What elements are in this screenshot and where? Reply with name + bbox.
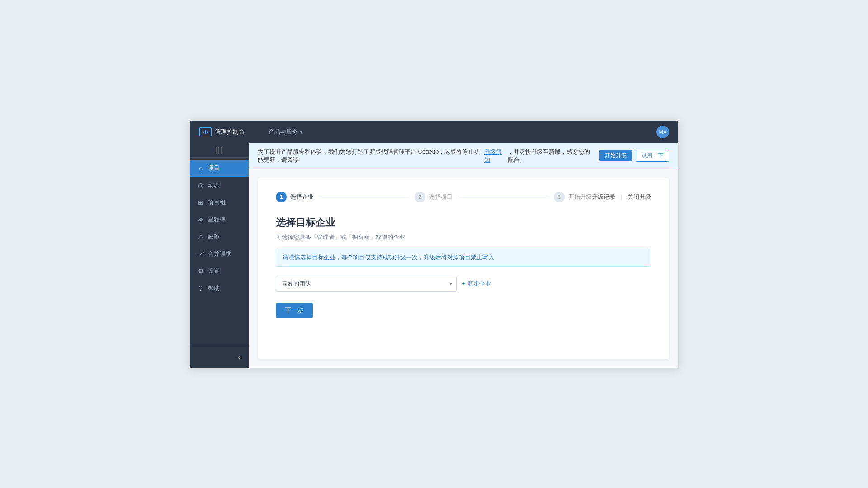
top-nav-right: MA — [656, 126, 669, 138]
sidebar-item-label: 项目组 — [208, 198, 226, 206]
new-enterprise-label: 新建企业 — [467, 280, 491, 288]
sidebar-item-defect[interactable]: ⚠ 缺陷 — [190, 228, 249, 245]
step-2-label: 选择项目 — [429, 193, 453, 201]
plus-icon: + — [462, 280, 466, 287]
sidebar-collapse-arrow[interactable]: « — [190, 350, 249, 364]
sidebar-item-label: 动态 — [208, 181, 220, 189]
trial-button[interactable]: 试用一下 — [636, 150, 669, 162]
sidebar-item-label: 项目 — [208, 164, 220, 172]
sidebar-item-project[interactable]: ⌂ 项目 — [190, 160, 249, 177]
sidebar-item-help[interactable]: ? 帮助 — [190, 280, 249, 297]
upgrade-card: 1 选择企业 2 选择项目 — [258, 178, 669, 359]
next-button[interactable]: 下一步 — [276, 303, 313, 318]
home-icon: ⌂ — [197, 164, 204, 172]
step-2-circle: 2 — [415, 192, 425, 202]
select-row: 云效的团队 ▾ + 新建企业 — [276, 276, 651, 292]
logo-text: 管理控制台 — [215, 128, 245, 136]
logo-icon: ◁▷ — [199, 127, 212, 136]
sidebar-item-group[interactable]: ⊞ 项目组 — [190, 194, 249, 211]
main-content: 为了提升产品服务和体验，我们为您打造了新版代码管理平台 Codeup，老版将停止… — [249, 143, 678, 368]
sidebar-item-label: 设置 — [208, 267, 220, 275]
sidebar-item-milestone[interactable]: ◈ 里程碑 — [190, 211, 249, 228]
banner-text-before: 为了提升产品服务和体验，我们为您打造了新版代码管理平台 Codeup，老版将停止… — [258, 148, 481, 164]
milestone-icon: ◈ — [197, 216, 204, 223]
enterprise-select-wrapper: 云效的团队 ▾ — [276, 276, 457, 292]
sidebar-navigation: ⌂ 项目 ◎ 动态 ⊞ 项目组 ◈ 里程碑 ⚠ 缺陷 — [190, 158, 249, 346]
sidebar-footer: « — [190, 346, 249, 368]
sidebar-item-settings[interactable]: ⚙ 设置 — [190, 263, 249, 280]
upgrade-history-link[interactable]: 升级记录 — [592, 193, 615, 201]
enterprise-select[interactable]: 云效的团队 — [276, 276, 457, 292]
start-upgrade-button[interactable]: 开始升级 — [599, 150, 632, 161]
step-line-1 — [319, 197, 409, 197]
sidebar-collapse-button[interactable]: ||| — [190, 143, 249, 158]
banner-upgrade-link[interactable]: 升级须知 — [484, 148, 504, 164]
step-3-circle: 3 — [554, 192, 565, 202]
alert-info: 请谨慎选择目标企业，每个项目仅支持成功升级一次，升级后将对原项目禁止写入 — [276, 249, 651, 267]
stepper: 1 选择企业 2 选择项目 — [276, 192, 651, 202]
step-1-circle: 1 — [276, 192, 287, 202]
sidebar-item-merge[interactable]: ⎇ 合并请求 — [190, 245, 249, 263]
merge-icon: ⎇ — [197, 250, 204, 258]
help-icon: ? — [197, 285, 204, 292]
form-title: 选择目标企业 — [276, 216, 651, 230]
step-3-label: 开始升级 — [568, 193, 592, 201]
stepper-actions: 升级记录 | 关闭升级 — [592, 193, 651, 201]
step-3: 3 开始升级 — [554, 192, 592, 202]
top-navigation: ◁▷ 管理控制台 产品与服务 ▾ MA — [190, 121, 678, 143]
close-upgrade-link[interactable]: 关闭升级 — [627, 193, 651, 201]
step-line-2 — [458, 197, 548, 197]
step-1-label: 选择企业 — [290, 193, 314, 201]
step-1: 1 选择企业 — [276, 192, 314, 202]
sidebar-item-label: 帮助 — [208, 284, 220, 292]
sidebar-item-label: 缺陷 — [208, 233, 220, 241]
notification-banner: 为了提升产品服务和体验，我们为您打造了新版代码管理平台 Codeup，老版将停止… — [249, 143, 678, 169]
sidebar-item-label: 里程碑 — [208, 216, 226, 224]
banner-text-after: ，并尽快升级至新版，感谢您的配合。 — [508, 148, 592, 164]
avatar: MA — [656, 126, 669, 138]
activity-icon: ◎ — [197, 182, 204, 189]
app-logo: ◁▷ 管理控制台 — [199, 121, 258, 143]
defect-icon: ⚠ — [197, 233, 204, 240]
step-2: 2 选择项目 — [415, 192, 453, 202]
stepper-steps: 1 选择企业 2 选择项目 — [276, 192, 592, 202]
page-area: 1 选择企业 2 选择项目 — [249, 169, 678, 368]
sidebar: ||| ⌂ 项目 ◎ 动态 ⊞ 项目组 ◈ 里程碑 — [190, 143, 249, 368]
group-icon: ⊞ — [197, 199, 204, 206]
new-enterprise-button[interactable]: + 新建企业 — [462, 280, 491, 288]
sidebar-item-activity[interactable]: ◎ 动态 — [190, 177, 249, 194]
sidebar-item-label: 合并请求 — [208, 250, 231, 258]
product-services-menu[interactable]: 产品与服务 ▾ — [265, 126, 307, 138]
form-subtitle: 可选择您具备「管理者」或「拥有者」权限的企业 — [276, 233, 651, 241]
settings-icon: ⚙ — [197, 267, 204, 275]
